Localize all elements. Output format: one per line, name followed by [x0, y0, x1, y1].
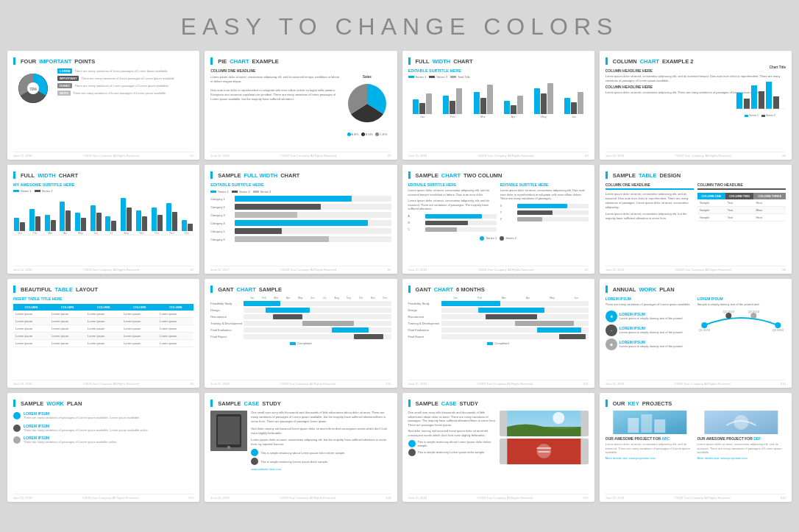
slide-title-1: FOUR IMPORTANT POINTS [13, 57, 193, 65]
svg-rect-30 [628, 418, 639, 433]
slide-table-design: SAMPLE TABLE DESIGN COLUMN ONE HEADLINE … [600, 165, 792, 274]
svg-rect-4 [744, 99, 750, 109]
slide-footer-1: June 15, 2018 ©2018 Your Company. All Ri… [13, 152, 193, 157]
svg-rect-8 [773, 96, 779, 109]
slide-footer-15: June 15, 2018 ©2018 Your Company. All Ri… [408, 494, 589, 500]
slide-title-10: GANT CHART SAMPLE [210, 285, 391, 293]
slide-footer-12: June 15, 2018 ©2018 Your Company. All Ri… [606, 380, 786, 386]
slide-full-width-chart2: FULL WIDTH CHART MY AWESOME SUBTITLE HER… [7, 165, 199, 274]
case-study-img-2 [500, 439, 589, 464]
svg-point-12 [751, 313, 757, 319]
slide-footer-11: June 15, 2018 ©2018 Your Company. All Ri… [408, 380, 589, 386]
slide-key-projects: OUR KEY PROJECTS OUR AWESOME PROJECT FOR… [600, 393, 792, 502]
project-img-2 [697, 411, 786, 434]
slide-title-3: FULL WIDTH CHART [408, 57, 589, 65]
slide-title-8: SAMPLE TABLE DESIGN [606, 171, 786, 179]
main-title: EASY TO CHANGE COLORS [0, 0, 799, 51]
pie-chart-1: 70% [13, 68, 54, 109]
svg-point-11 [726, 313, 732, 319]
slide-footer-14: June 15, 2018 ©2018 Your Company. All Ri… [210, 494, 391, 500]
svg-point-34 [734, 415, 749, 430]
svg-point-10 [702, 322, 708, 328]
svg-point-13 [775, 322, 781, 328]
slide-pie-chart: PIE CHART EXAMPLE COLUMN ONE HEADLINE Lo… [205, 51, 397, 160]
slide-work-plan: SAMPLE WORK PLAN LOREM IPSUM There are m… [7, 393, 199, 502]
project-img-1 [606, 411, 695, 434]
slides-grid: FOUR IMPORTANT POINTS 70% LOREM There ar… [0, 51, 799, 509]
svg-rect-31 [641, 414, 652, 433]
phone-image [210, 411, 247, 451]
slide-footer-10: June 15, 2018 ©2018 Your Company. All Ri… [210, 380, 391, 386]
svg-rect-6 [759, 91, 764, 109]
slide-footer-9: June 15, 2018 ©2018 Your Company. All Ri… [13, 380, 193, 386]
svg-text:Q2 2018: Q2 2018 [723, 310, 735, 313]
slide-four-points: FOUR IMPORTANT POINTS 70% LOREM There ar… [7, 51, 199, 160]
slide-footer-4: June 15, 2018 ©2018 Your Company. All Ri… [606, 152, 786, 157]
svg-rect-32 [654, 419, 665, 433]
slide-gantt-6months: GANT CHART 6 MONTHS Jan Feb Mar Apr May … [402, 279, 594, 388]
case-study-img-1 [500, 411, 589, 436]
slide-footer-8: June 15, 2018 ©2018 Your Company. All Ri… [606, 266, 786, 272]
pie-chart-2 [344, 80, 391, 128]
column-chart-2 [734, 71, 786, 111]
slide-footer-7: June 15, 2018 ©2018 Your Company. All Ri… [408, 266, 589, 272]
slide-chart-two-col: SAMPLE CHART TWO COLUMN EDITABLE SUBTITL… [402, 165, 594, 274]
slide-title-7: SAMPLE CHART TWO COLUMN [408, 171, 589, 179]
slide-full-width-chart: FULL WIDTH CHART EDITABLE SUBTITLE HERE … [402, 51, 594, 160]
slide-title-4: COLUMN CHART EXAMPLE 2 [606, 57, 786, 65]
svg-rect-20 [218, 416, 240, 444]
svg-text:Q3 2018: Q3 2018 [748, 310, 760, 313]
svg-text:Q4 2018: Q4 2018 [773, 328, 784, 332]
bar-chart-5: Jan Feb Mar Ap [13, 195, 193, 235]
slide-title-11: GANT CHART 6 MONTHS [408, 285, 589, 293]
slide-title-16: OUR KEY PROJECTS [606, 400, 786, 407]
annual-timeline: Q1 2018 Q2 2018 Q3 2018 Q4 2018 [697, 307, 786, 333]
slide-footer-3: June 15, 2018 ©2018 Your Company. All Ri… [408, 152, 589, 157]
svg-rect-7 [766, 82, 772, 109]
slide-title-6: SAMPLE FULL WIDTH CHART [210, 171, 391, 179]
svg-point-21 [227, 446, 230, 449]
slide-footer-13: June 15, 2018 ©2018 Your Company. All Ri… [13, 494, 193, 500]
slide-title-9: BEAUTIFUL TABLE LAYOUT [13, 285, 193, 293]
svg-rect-5 [751, 85, 757, 109]
svg-rect-28 [538, 451, 550, 453]
full-width-bar-chart: Jan Feb Mar [408, 82, 589, 118]
slide-column-chart2: COLUMN CHART EXAMPLE 2 COLUMN HEADLINE H… [600, 51, 792, 160]
svg-point-24 [553, 412, 564, 424]
slide-title-5: FULL WIDTH CHART [13, 171, 193, 179]
svg-text:Q1 2018: Q1 2018 [699, 328, 711, 332]
slide-title-13: SAMPLE WORK PLAN [13, 400, 193, 407]
slide-case-study1: SAMPLE CASE STUDY One small river story … [205, 393, 397, 502]
slide-annual-work: ANNUAL WORK PLAN LOREM IPSUM There are m… [600, 279, 792, 388]
slide-footer-2: June 15, 2018 ©2018 Your Company. All Ri… [210, 152, 391, 157]
svg-text:70%: 70% [29, 87, 38, 91]
slide-title-2: PIE CHART EXAMPLE [210, 57, 391, 65]
slide-table-layout: BEAUTIFUL TABLE LAYOUT INSERT TABLE TITL… [7, 279, 199, 388]
slide-title-12: ANNUAL WORK PLAN [606, 285, 786, 293]
slide-gantt-sample: GANT CHART SAMPLE Jan Feb Mar Apr May Ju… [205, 279, 397, 388]
slide-footer-5: June 15, 2018 ©2018 Your Company. All Ri… [13, 266, 193, 272]
slide-case-study2: SAMPLE CASE STUDY One small river story … [402, 393, 594, 502]
svg-rect-27 [536, 447, 551, 449]
slide-footer-6: June 15, 2017 ©2018 Your Company. All Ri… [210, 266, 391, 272]
slide-footer-16: June 15, 2018 ©2018 Your Company. All Ri… [606, 494, 786, 500]
slide-sample-full-width: SAMPLE FULL WIDTH CHART EDITABLE SUBTITL… [205, 165, 397, 274]
svg-rect-3 [736, 93, 742, 109]
slide-title-15: SAMPLE CASE STUDY [408, 400, 589, 407]
slide-title-14: SAMPLE CASE STUDY [210, 400, 391, 407]
